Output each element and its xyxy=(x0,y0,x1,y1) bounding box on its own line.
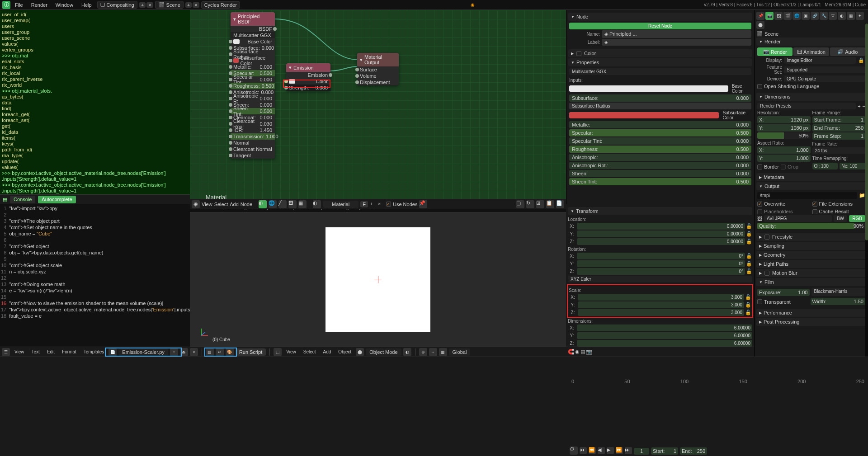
menu-render[interactable]: Render xyxy=(28,1,51,9)
auto-render-icon[interactable]: ↻ xyxy=(526,200,534,208)
device-dropdown[interactable]: GPU Compute xyxy=(784,75,865,82)
input-sheentint[interactable]: Sheen Tint:0.500 xyxy=(569,178,751,185)
remap-new[interactable]: Ne: 100 xyxy=(840,163,865,169)
lock-icon[interactable]: 🔒 xyxy=(858,57,865,63)
input-swatch-basecolor[interactable] xyxy=(569,85,728,92)
input-transmission[interactable]: Transmission:1.000 xyxy=(231,133,275,140)
panel-render[interactable]: ▼Render xyxy=(756,38,866,46)
lock-icon[interactable]: 🔓 xyxy=(746,223,752,229)
copy-nodes-icon[interactable]: 📋 xyxy=(546,200,554,208)
texture-nodes-icon[interactable]: ▦ xyxy=(298,200,307,208)
3d-menu-select[interactable]: Select xyxy=(301,348,319,355)
input-metallic[interactable]: Metallic:0.000 xyxy=(569,121,751,128)
lock-icon[interactable]: 🔓 xyxy=(746,261,752,267)
node-name-field[interactable]: ◈ Principled ... xyxy=(602,30,751,38)
render-button[interactable]: 📷Render xyxy=(757,47,793,56)
material-name-field[interactable]: Material xyxy=(323,201,359,208)
input-sheentint[interactable]: Sheen Tint:0.500 xyxy=(231,108,275,114)
text-menu-view[interactable]: View xyxy=(12,348,27,355)
input-subsurfaceradius[interactable]: Subsurface Radius xyxy=(569,103,751,109)
render-canvas[interactable]: (0) Cube xyxy=(190,212,566,347)
collapse-icon[interactable]: ▾ xyxy=(289,65,292,71)
tl-prev-key-icon[interactable]: ⏪ xyxy=(589,447,596,454)
feature-dropdown[interactable]: Supported xyxy=(784,66,865,73)
transparent-checkbox[interactable]: Transparent xyxy=(757,298,809,305)
frame-step[interactable]: Frame Step:1 xyxy=(812,132,866,140)
audio-button[interactable]: 🔊Audio xyxy=(830,47,865,56)
props-scrollbar-thumb[interactable] xyxy=(865,24,868,240)
crop-checkbox[interactable]: Crop xyxy=(781,164,798,169)
linenumbers-toggle[interactable]: ▤ xyxy=(206,348,214,356)
np-scl-z[interactable]: Z:3.000🔓 xyxy=(569,309,751,316)
np-loc-y[interactable]: Y:0.00000🔓 xyxy=(568,230,752,237)
input-surface[interactable]: Surface xyxy=(357,66,399,73)
render-shading-icon[interactable]: 📷 xyxy=(586,349,592,355)
node-emission[interactable]: ▾Emission Emission Color Strength:3.000 xyxy=(286,63,330,91)
proportional-icon[interactable]: ◉ xyxy=(575,349,580,355)
info-editor-icon[interactable]: ⓘ xyxy=(2,1,10,9)
use-nodes-checkbox[interactable]: Use Nodes xyxy=(386,202,417,207)
np-rot-x[interactable]: X:0°🔓 xyxy=(568,253,752,259)
pin-icon[interactable]: 📌 xyxy=(419,200,427,208)
ne-menu-select[interactable]: Select xyxy=(214,202,228,207)
distribution-dropdown[interactable]: Multiscatter GGX xyxy=(569,68,751,75)
np-scl-y[interactable]: Y:3.000🔓 xyxy=(569,301,751,308)
node-editor-icon[interactable]: ◉ xyxy=(192,200,200,208)
text-menu-text[interactable]: Text xyxy=(29,348,42,355)
border-checkbox[interactable]: Border xyxy=(757,164,779,169)
lock-icon[interactable]: 🔓 xyxy=(746,239,752,244)
cache-checkbox[interactable]: Cache Result xyxy=(812,209,866,214)
tab-modifiers-icon[interactable]: 🔧 xyxy=(820,12,828,20)
tab-world-icon[interactable]: 🌐 xyxy=(793,12,801,20)
snap-icon[interactable]: 🧲 xyxy=(568,349,574,355)
panel-sampling[interactable]: ▶Sampling xyxy=(756,242,866,250)
shader-type-world-icon[interactable]: 🌐 xyxy=(269,200,277,208)
np-dim-z[interactable]: Z:6.00000 xyxy=(568,340,752,347)
panel-node[interactable]: ▼Node xyxy=(568,13,752,21)
np-scl-x[interactable]: X:3.000🔓 xyxy=(569,294,751,301)
menu-help[interactable]: Help xyxy=(78,1,95,9)
animation-button[interactable]: 🎞Animation xyxy=(793,47,829,56)
tl-play-icon[interactable]: ▶ xyxy=(607,447,614,454)
tl-end[interactable]: End:250 xyxy=(680,447,707,455)
material-slot-icon[interactable]: ◐ xyxy=(313,200,321,208)
view3d-editor-icon[interactable]: ⬚ xyxy=(274,348,282,356)
input-roughness[interactable]: Roughness:0.500 xyxy=(569,146,751,153)
res-y[interactable]: Y:1080 px xyxy=(757,124,811,132)
fake-user-button[interactable]: F xyxy=(360,201,368,207)
mat-remove-icon[interactable]: × xyxy=(378,201,384,207)
input-speculartint[interactable]: Specular Tint:0.000 xyxy=(569,137,751,145)
menu-file[interactable]: File xyxy=(11,1,27,9)
overwrite-checkbox[interactable]: Overwrite xyxy=(757,201,811,207)
aspect-x[interactable]: X:1.000 xyxy=(757,146,811,154)
text-editor[interactable]: 123456789101112131415161718 "kw">import … xyxy=(0,204,190,347)
mode-dropdown[interactable]: Object Mode xyxy=(366,348,401,356)
shader-type-line-icon[interactable]: ╱ xyxy=(278,200,287,208)
snap-node-icon[interactable]: ⊞ xyxy=(536,200,544,208)
remap-old[interactable]: Ol: 100 xyxy=(812,163,838,169)
paste-nodes-icon[interactable]: 📄 xyxy=(556,200,564,208)
text-editor-icon[interactable]: ☰ xyxy=(2,348,10,356)
tab-constraints-icon[interactable]: 🔗 xyxy=(811,12,819,20)
tab-data-icon[interactable]: ▽ xyxy=(829,12,837,20)
placeholders-checkbox[interactable]: Placeholders xyxy=(757,209,811,214)
backdrop-icon[interactable]: ▢ xyxy=(516,200,524,208)
tl-jump-start-icon[interactable]: ⏮ xyxy=(580,447,587,454)
ne-menu-view[interactable]: View xyxy=(202,202,212,207)
input-displacement[interactable]: Displacement xyxy=(357,79,399,85)
input-color[interactable]: Color xyxy=(286,78,330,85)
tab-render-icon[interactable]: 📷 xyxy=(765,12,774,20)
scene-field[interactable]: 🎬Scene xyxy=(155,1,184,9)
quality-slider[interactable]: Quality:90% xyxy=(757,223,865,229)
output-bsdf[interactable]: BSDF xyxy=(231,26,275,32)
start-frame[interactable]: Start Frame:1 xyxy=(812,116,866,123)
lock-icon[interactable]: 🔓 xyxy=(746,253,752,259)
display-dropdown[interactable]: Image Editor xyxy=(784,57,856,64)
aspect-y[interactable]: Y:1.000 xyxy=(757,155,811,162)
render-layers-icon[interactable]: ▤ xyxy=(580,349,585,355)
tab-material-icon[interactable]: ◐ xyxy=(838,12,846,20)
node-principled-bsdf[interactable]: ▾Principled BSDF BSDF Multiscatter GGX B… xyxy=(231,12,275,159)
tl-jump-end-icon[interactable]: ⏭ xyxy=(625,447,632,454)
input-strength[interactable]: Strength:3.000 xyxy=(286,85,330,91)
file-browser-icon[interactable]: 📁 xyxy=(859,193,865,198)
